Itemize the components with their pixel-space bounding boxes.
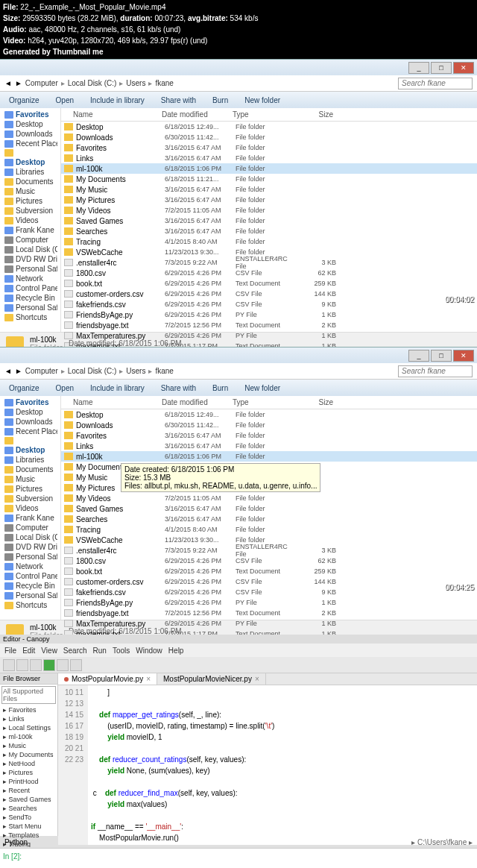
sidebar-item[interactable]: Music: [3, 474, 57, 484]
sidebar-item[interactable]: Videos: [3, 216, 57, 225]
sidebar-item[interactable]: Documents: [3, 177, 57, 186]
close-icon[interactable]: ×: [146, 675, 151, 683]
sidebar-item[interactable]: Recent Places: [3, 427, 57, 436]
file-row[interactable]: Favorites3/16/2015 6:47 AMFile folder: [61, 430, 477, 441]
file-row[interactable]: book.txt6/29/2015 4:26 PMText Document25…: [61, 566, 477, 576]
sidebar-item[interactable]: Recycle Bin: [3, 293, 57, 303]
fb-item[interactable]: ▸ SendTo: [0, 813, 57, 822]
sidebar-item[interactable]: Favorites: [3, 397, 57, 407]
sidebar-item[interactable]: Pictures: [3, 196, 57, 206]
file-row[interactable]: FriendsByAge.py6/29/2015 4:26 PMPY File1…: [61, 597, 477, 608]
sidebar-item[interactable]: Pictures: [3, 484, 57, 494]
fb-item[interactable]: ▸ Recent: [0, 786, 57, 795]
titlebar[interactable]: _□✕: [0, 347, 477, 363]
burn-btn[interactable]: Burn: [208, 383, 233, 394]
search-input[interactable]: [398, 365, 473, 377]
sidebar-item[interactable]: Documents: [3, 465, 57, 474]
organize-btn[interactable]: Organize: [4, 95, 44, 106]
file-row[interactable]: FriendsByAge.py6/29/2015 4:26 PMPY File1…: [61, 309, 477, 320]
file-row[interactable]: Downloads6/30/2015 11:42...File folder: [61, 132, 477, 142]
column-headers[interactable]: NameDate modifiedTypeSize: [61, 396, 477, 409]
max-btn[interactable]: □: [431, 350, 452, 362]
breadcrumb[interactable]: ◄► Computer▸ Local Disk (C:)▸ Users▸ fka…: [0, 75, 477, 92]
menu-tools[interactable]: Tools: [113, 647, 130, 655]
sidebar-item[interactable]: Desktop: [3, 407, 57, 417]
organize-btn[interactable]: Organize: [4, 383, 44, 394]
back-icon[interactable]: ◄: [4, 79, 12, 87]
fb-item[interactable]: ▸ Saved Games: [0, 795, 57, 804]
include-btn[interactable]: Include in library: [86, 383, 149, 394]
share-btn[interactable]: Share with: [157, 95, 200, 106]
sidebar-item[interactable]: Desktop: [3, 445, 57, 455]
sidebar-item[interactable]: Music: [3, 186, 57, 196]
menu-file[interactable]: File: [4, 647, 16, 655]
file-row[interactable]: Searches3/16/2015 6:47 AMFile folder: [61, 514, 477, 524]
sidebar-item[interactable]: Computer: [3, 523, 57, 532]
sidebar-item[interactable]: Local Disk (C:): [3, 245, 57, 254]
fb-item[interactable]: ▸ Local Settings: [0, 723, 57, 732]
fb-item[interactable]: ▸ My Documents: [0, 750, 57, 759]
file-row[interactable]: ml-100k6/18/2015 1:06 PMFile folder: [61, 163, 477, 174]
fb-item[interactable]: ▸ PrintHood: [0, 777, 57, 786]
file-row[interactable]: 1800.csv6/29/2015 4:26 PMCSV File62 KB: [61, 556, 477, 566]
tab-nicer[interactable]: MostPopularMovieNicer.py×: [157, 673, 266, 685]
menu-search[interactable]: Search: [63, 647, 87, 655]
sidebar-item[interactable]: Frank Kane: [3, 225, 57, 235]
tool-btn[interactable]: [16, 659, 28, 671]
back-icon[interactable]: ◄: [4, 367, 12, 375]
breadcrumb[interactable]: ◄► Computer▸ Local Disk (C:)▸ Users▸ fka…: [0, 363, 477, 380]
sidebar-item[interactable]: Frank Kane: [3, 513, 57, 523]
burn-btn[interactable]: Burn: [208, 95, 233, 106]
column-headers[interactable]: NameDate modifiedTypeSize: [61, 108, 477, 122]
editor-toolbar[interactable]: [0, 657, 477, 673]
tool-btn[interactable]: [3, 659, 15, 671]
menu-run[interactable]: Run: [93, 647, 107, 655]
min-btn[interactable]: _: [408, 350, 429, 362]
include-btn[interactable]: Include in library: [86, 95, 149, 106]
menubar[interactable]: FileEditViewSearchRunToolsWindowHelp: [0, 644, 477, 657]
file-row[interactable]: Favorites3/16/2015 6:47 AMFile folder: [61, 142, 477, 153]
sidebar-item[interactable]: Personal Safe: [3, 303, 57, 312]
file-row[interactable]: fakefriends.csv6/29/2015 4:26 PMCSV File…: [61, 299, 477, 309]
tab-mostpopular[interactable]: MostPopularMovie.py×: [58, 673, 157, 685]
min-btn[interactable]: _: [408, 62, 429, 74]
file-row[interactable]: Desktop6/18/2015 12:49...File folder: [61, 122, 477, 132]
file-row[interactable]: Desktop6/18/2015 12:49...File folder: [61, 409, 477, 420]
tool-btn[interactable]: [70, 659, 82, 671]
close-icon[interactable]: ×: [255, 675, 259, 683]
sidebar-item[interactable]: Favorites: [3, 110, 57, 119]
sidebar-item[interactable]: Shortcuts: [3, 312, 57, 322]
fb-item[interactable]: ▸ Links: [0, 714, 57, 723]
file-row[interactable]: friendsbyage.txt7/2/2015 12:56 PMText Do…: [61, 320, 477, 330]
file-row[interactable]: customer-orders.csv6/29/2015 4:26 PMCSV …: [61, 289, 477, 299]
sidebar-item[interactable]: Videos: [3, 503, 57, 513]
sidebar-item[interactable]: DVD RW Drive (D:): [3, 542, 57, 552]
file-row[interactable]: Tracing4/1/2015 8:40 AMFile folder: [61, 236, 477, 247]
fb-item[interactable]: ▸ Pictures: [0, 768, 57, 777]
fb-item[interactable]: ▸ Music: [0, 741, 57, 750]
file-row[interactable]: friendsbyage.txt7/2/2015 12:56 PMText Do…: [61, 608, 477, 618]
file-row[interactable]: My Documents6/18/2015 11:21...File folde…: [61, 174, 477, 184]
close-btn[interactable]: ✕: [453, 350, 474, 362]
fwd-icon[interactable]: ►: [15, 79, 22, 87]
fb-item[interactable]: ▸ Favorites: [0, 705, 57, 714]
sidebar-item[interactable]: Subversion: [3, 206, 57, 216]
tool-btn[interactable]: [57, 659, 69, 671]
file-row[interactable]: 1800.csv6/29/2015 4:26 PMCSV File62 KB: [61, 268, 477, 278]
titlebar[interactable]: _□✕: [0, 59, 477, 75]
sidebar-item[interactable]: Control Panel: [3, 571, 57, 581]
sidebar-item[interactable]: Recent Places: [3, 139, 57, 148]
sidebar-item[interactable]: Computer: [3, 235, 57, 245]
file-row[interactable]: Saved Games3/16/2015 6:47 AMFile folder: [61, 503, 477, 514]
sidebar-item[interactable]: Downloads: [3, 417, 57, 427]
sidebar-item[interactable]: Control Panel: [3, 283, 57, 293]
code-editor[interactable]: 10 11 12 13 14 15 16 17 18 19 20 21 22 2…: [58, 685, 477, 845]
file-row[interactable]: .enstaller4rc7/3/2015 9:22 AMENSTALLER4R…: [61, 257, 477, 268]
open-btn[interactable]: Open: [51, 383, 78, 394]
file-row[interactable]: MaxTemperatures.py6/29/2015 4:26 PMPY Fi…: [61, 618, 477, 629]
sidebar-item[interactable]: Network: [3, 562, 57, 571]
file-row[interactable]: Links3/16/2015 6:47 AMFile folder: [61, 153, 477, 163]
file-row[interactable]: ml-100k6/18/2015 1:06 PMFile folder: [61, 451, 477, 462]
tool-btn[interactable]: [30, 659, 42, 671]
run-btn[interactable]: [43, 659, 55, 671]
